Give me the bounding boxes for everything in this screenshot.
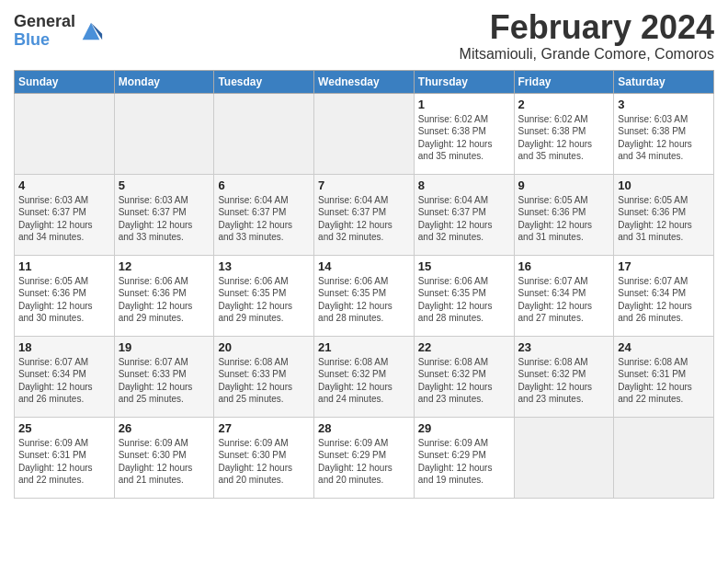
day-info: Sunrise: 6:07 AM Sunset: 6:33 PM Dayligh… <box>119 356 210 406</box>
calendar-cell: 9Sunrise: 6:05 AM Sunset: 6:36 PM Daylig… <box>514 174 614 255</box>
calendar-cell: 5Sunrise: 6:03 AM Sunset: 6:37 PM Daylig… <box>114 174 214 255</box>
calendar-cell: 21Sunrise: 6:08 AM Sunset: 6:32 PM Dayli… <box>314 336 415 417</box>
calendar-day-header: Monday <box>114 70 214 93</box>
calendar-day-header: Friday <box>514 70 614 93</box>
calendar-cell: 11Sunrise: 6:05 AM Sunset: 6:36 PM Dayli… <box>15 255 115 336</box>
day-number: 9 <box>518 178 610 192</box>
day-number: 15 <box>418 259 510 273</box>
day-number: 20 <box>218 340 310 354</box>
day-info: Sunrise: 6:06 AM Sunset: 6:35 PM Dayligh… <box>218 275 310 325</box>
logo-general: General <box>14 13 75 31</box>
day-number: 6 <box>218 178 310 192</box>
day-info: Sunrise: 6:04 AM Sunset: 6:37 PM Dayligh… <box>418 194 510 244</box>
day-number: 22 <box>418 340 510 354</box>
calendar-header-row: SundayMondayTuesdayWednesdayThursdayFrid… <box>15 70 714 93</box>
day-number: 29 <box>418 421 510 435</box>
day-number: 17 <box>618 259 710 273</box>
calendar-week-row: 18Sunrise: 6:07 AM Sunset: 6:34 PM Dayli… <box>15 336 714 417</box>
day-number: 26 <box>119 421 210 435</box>
calendar-cell: 13Sunrise: 6:06 AM Sunset: 6:35 PM Dayli… <box>214 255 314 336</box>
day-number: 24 <box>618 340 710 354</box>
calendar-cell: 7Sunrise: 6:04 AM Sunset: 6:37 PM Daylig… <box>314 174 415 255</box>
day-number: 13 <box>218 259 310 273</box>
day-number: 11 <box>18 259 110 273</box>
day-info: Sunrise: 6:08 AM Sunset: 6:32 PM Dayligh… <box>418 356 510 406</box>
calendar-cell: 22Sunrise: 6:08 AM Sunset: 6:32 PM Dayli… <box>414 336 514 417</box>
calendar-cell: 20Sunrise: 6:08 AM Sunset: 6:33 PM Dayli… <box>214 336 314 417</box>
day-info: Sunrise: 6:09 AM Sunset: 6:30 PM Dayligh… <box>119 437 210 487</box>
day-info: Sunrise: 6:07 AM Sunset: 6:34 PM Dayligh… <box>518 275 610 325</box>
header: General Blue February 2024 Mitsamiouli, … <box>14 9 714 63</box>
day-info: Sunrise: 6:08 AM Sunset: 6:32 PM Dayligh… <box>318 356 410 406</box>
day-number: 1 <box>418 98 510 111</box>
calendar-cell: 27Sunrise: 6:09 AM Sunset: 6:30 PM Dayli… <box>214 417 314 498</box>
day-info: Sunrise: 6:07 AM Sunset: 6:34 PM Dayligh… <box>618 275 710 325</box>
day-info: Sunrise: 6:05 AM Sunset: 6:36 PM Dayligh… <box>518 194 610 244</box>
day-info: Sunrise: 6:09 AM Sunset: 6:29 PM Dayligh… <box>418 437 510 487</box>
day-number: 8 <box>418 178 510 192</box>
day-number: 18 <box>18 340 110 354</box>
calendar-week-row: 25Sunrise: 6:09 AM Sunset: 6:31 PM Dayli… <box>15 417 714 498</box>
calendar-cell: 29Sunrise: 6:09 AM Sunset: 6:29 PM Dayli… <box>414 417 514 498</box>
calendar-cell <box>15 93 115 174</box>
calendar-cell: 2Sunrise: 6:02 AM Sunset: 6:38 PM Daylig… <box>514 93 614 174</box>
day-info: Sunrise: 6:09 AM Sunset: 6:29 PM Dayligh… <box>318 437 410 487</box>
day-info: Sunrise: 6:08 AM Sunset: 6:31 PM Dayligh… <box>618 356 710 406</box>
logo-icon <box>78 18 104 44</box>
calendar-week-row: 1Sunrise: 6:02 AM Sunset: 6:38 PM Daylig… <box>15 93 714 174</box>
day-info: Sunrise: 6:08 AM Sunset: 6:33 PM Dayligh… <box>218 356 310 406</box>
calendar-cell: 28Sunrise: 6:09 AM Sunset: 6:29 PM Dayli… <box>314 417 415 498</box>
calendar-cell <box>114 93 214 174</box>
calendar-cell: 18Sunrise: 6:07 AM Sunset: 6:34 PM Dayli… <box>15 336 115 417</box>
calendar-cell <box>214 93 314 174</box>
calendar-cell <box>614 417 714 498</box>
calendar-cell: 4Sunrise: 6:03 AM Sunset: 6:37 PM Daylig… <box>15 174 115 255</box>
day-info: Sunrise: 6:04 AM Sunset: 6:37 PM Dayligh… <box>218 194 310 244</box>
calendar-cell: 1Sunrise: 6:02 AM Sunset: 6:38 PM Daylig… <box>414 93 514 174</box>
day-number: 2 <box>518 98 610 111</box>
day-info: Sunrise: 6:06 AM Sunset: 6:35 PM Dayligh… <box>318 275 410 325</box>
calendar-week-row: 11Sunrise: 6:05 AM Sunset: 6:36 PM Dayli… <box>15 255 714 336</box>
calendar-cell: 24Sunrise: 6:08 AM Sunset: 6:31 PM Dayli… <box>614 336 714 417</box>
day-number: 14 <box>318 259 410 273</box>
calendar-cell: 14Sunrise: 6:06 AM Sunset: 6:35 PM Dayli… <box>314 255 415 336</box>
calendar-cell: 12Sunrise: 6:06 AM Sunset: 6:36 PM Dayli… <box>114 255 214 336</box>
day-info: Sunrise: 6:02 AM Sunset: 6:38 PM Dayligh… <box>418 113 510 163</box>
page-subtitle: Mitsamiouli, Grande Comore, Comoros <box>460 46 714 63</box>
day-number: 12 <box>119 259 210 273</box>
logo: General Blue <box>14 13 104 50</box>
calendar-day-header: Sunday <box>15 70 115 93</box>
day-number: 23 <box>518 340 610 354</box>
calendar-day-header: Thursday <box>414 70 514 93</box>
calendar-cell: 23Sunrise: 6:08 AM Sunset: 6:32 PM Dayli… <box>514 336 614 417</box>
calendar-cell <box>514 417 614 498</box>
day-info: Sunrise: 6:09 AM Sunset: 6:30 PM Dayligh… <box>218 437 310 487</box>
day-info: Sunrise: 6:06 AM Sunset: 6:36 PM Dayligh… <box>119 275 210 325</box>
day-info: Sunrise: 6:03 AM Sunset: 6:37 PM Dayligh… <box>18 194 110 244</box>
calendar-day-header: Tuesday <box>214 70 314 93</box>
calendar-cell: 17Sunrise: 6:07 AM Sunset: 6:34 PM Dayli… <box>614 255 714 336</box>
day-number: 16 <box>518 259 610 273</box>
title-area: February 2024 Mitsamiouli, Grande Comore… <box>460 9 714 63</box>
page-title: February 2024 <box>460 9 714 46</box>
day-number: 10 <box>618 178 710 192</box>
day-info: Sunrise: 6:03 AM Sunset: 6:38 PM Dayligh… <box>618 113 710 163</box>
calendar-cell: 8Sunrise: 6:04 AM Sunset: 6:37 PM Daylig… <box>414 174 514 255</box>
calendar-cell: 6Sunrise: 6:04 AM Sunset: 6:37 PM Daylig… <box>214 174 314 255</box>
day-number: 21 <box>318 340 410 354</box>
calendar-cell: 26Sunrise: 6:09 AM Sunset: 6:30 PM Dayli… <box>114 417 214 498</box>
calendar-cell: 10Sunrise: 6:05 AM Sunset: 6:36 PM Dayli… <box>614 174 714 255</box>
day-info: Sunrise: 6:07 AM Sunset: 6:34 PM Dayligh… <box>18 356 110 406</box>
logo-blue: Blue <box>14 31 75 50</box>
calendar-day-header: Saturday <box>614 70 714 93</box>
day-info: Sunrise: 6:04 AM Sunset: 6:37 PM Dayligh… <box>318 194 410 244</box>
day-number: 19 <box>119 340 210 354</box>
calendar-cell: 15Sunrise: 6:06 AM Sunset: 6:35 PM Dayli… <box>414 255 514 336</box>
day-info: Sunrise: 6:05 AM Sunset: 6:36 PM Dayligh… <box>618 194 710 244</box>
calendar-body: 1Sunrise: 6:02 AM Sunset: 6:38 PM Daylig… <box>15 93 714 498</box>
calendar-week-row: 4Sunrise: 6:03 AM Sunset: 6:37 PM Daylig… <box>15 174 714 255</box>
calendar-cell <box>314 93 415 174</box>
day-info: Sunrise: 6:05 AM Sunset: 6:36 PM Dayligh… <box>18 275 110 325</box>
calendar-day-header: Wednesday <box>314 70 415 93</box>
day-info: Sunrise: 6:08 AM Sunset: 6:32 PM Dayligh… <box>518 356 610 406</box>
